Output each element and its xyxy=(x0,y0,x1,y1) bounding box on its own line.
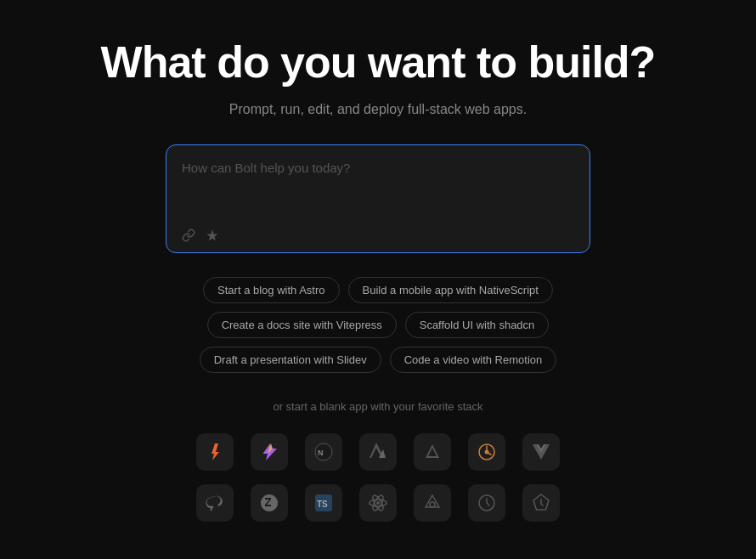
stack-icon-vite[interactable] xyxy=(251,433,288,471)
stack-row-2: TS xyxy=(196,484,560,522)
stack-icon-remix[interactable] xyxy=(251,484,288,522)
chip-slidev[interactable]: Draft a presentation with Slidev xyxy=(200,347,381,373)
main-container: What do you want to build? Prompt, run, … xyxy=(81,20,675,539)
stack-icon-react[interactable] xyxy=(359,484,397,522)
svg-point-10 xyxy=(430,502,435,507)
svg-point-3 xyxy=(485,449,489,454)
stack-icon-typescript[interactable]: TS xyxy=(305,484,342,522)
stack-icon-svelte[interactable] xyxy=(196,484,234,522)
stack-icon-nuxt[interactable] xyxy=(359,433,397,471)
sparkle-icon[interactable] xyxy=(206,229,219,242)
main-heading: What do you want to build? xyxy=(101,37,656,88)
chip-astro-blog[interactable]: Start a blog with Astro xyxy=(203,277,339,303)
stack-icon-qwik[interactable] xyxy=(522,484,560,522)
stack-icon-analog[interactable] xyxy=(468,484,505,522)
prompt-box xyxy=(166,144,590,253)
stack-icons-container: N xyxy=(196,433,560,522)
link-icon[interactable] xyxy=(182,229,195,242)
stack-icon-nuxt3[interactable] xyxy=(414,433,451,471)
stack-icon-vue[interactable] xyxy=(522,433,560,471)
chip-vitepress[interactable]: Create a docs site with Vitepress xyxy=(207,312,397,338)
stack-icon-preact[interactable] xyxy=(414,484,451,522)
prompt-icons xyxy=(182,229,574,242)
blank-app-text: or start a blank app with your favorite … xyxy=(273,400,482,413)
svg-point-9 xyxy=(376,501,380,505)
subheading: Prompt, run, edit, and deploy full-stack… xyxy=(229,102,527,117)
stack-icon-nextjs[interactable]: N xyxy=(305,433,342,471)
svg-text:N: N xyxy=(318,449,324,457)
prompt-input[interactable] xyxy=(182,159,574,218)
stack-icon-parcel[interactable] xyxy=(468,433,505,471)
chip-shadcn[interactable]: Scaffold UI with shadcn xyxy=(405,312,550,338)
stack-row-1: N xyxy=(196,433,560,471)
stack-icon-astro[interactable] xyxy=(196,433,234,471)
suggestion-chips: Start a blog with Astro Build a mobile a… xyxy=(115,277,641,373)
svg-text:TS: TS xyxy=(317,500,328,509)
chip-remotion[interactable]: Code a video with Remotion xyxy=(390,347,557,373)
chip-nativescript[interactable]: Build a mobile app with NativeScript xyxy=(348,277,553,303)
